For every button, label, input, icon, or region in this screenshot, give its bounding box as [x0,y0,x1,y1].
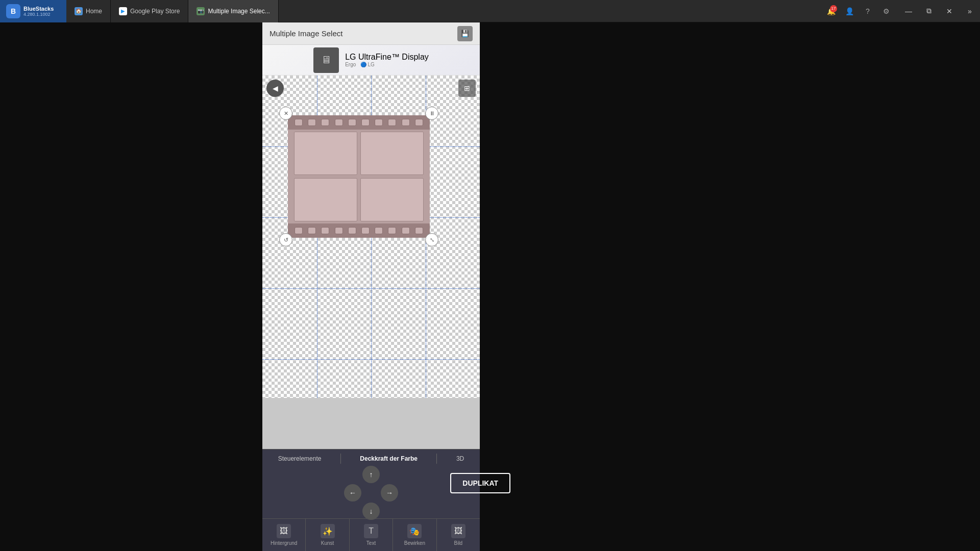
home-tab-icon: 🏠 [75,7,83,15]
taskbar: B BlueStacks 4.280.1.1002 🏠 Home ▶ Googl… [0,0,980,22]
bewirken-label: Bewirken [404,540,425,546]
pause-icon: ⏸ [429,110,435,116]
right-toolbar: ⊞ [458,80,476,97]
deckkraft-tab[interactable]: Deckkraft der Farbe [354,453,424,464]
tab-home[interactable]: 🏠 Home [66,0,111,22]
ad-subtext: Ergo 🔵 LG [345,62,429,67]
background [0,22,980,551]
film-hole [388,227,396,234]
tool-tab-kunst[interactable]: ✨ Kunst [306,519,349,551]
tab-google-play[interactable]: ▶ Google Play Store [111,0,188,22]
film-content [292,130,426,223]
film-hole [348,119,356,126]
ad-content: LG UltraFine™ Display Ergo 🔵 LG [345,53,429,67]
film-hole [415,119,423,126]
canvas-area: ✕ ⏸ ↺ ⤡ ◀ ⊞ [262,76,480,398]
ad-image: 🖥 [313,47,339,73]
separator-1 [340,454,341,464]
app-tab-icon: 📷 [197,7,205,15]
left-icon: ← [349,489,356,497]
tool-tab-text[interactable]: T Text [350,519,393,551]
up-icon: ↑ [370,470,373,479]
back-icon: ◀ [273,84,278,92]
handle-resize[interactable]: ⤡ [425,233,438,246]
app-tab-label: Multiple Image Selec... [208,8,270,15]
up-button[interactable]: ↑ [362,466,380,483]
expand-button[interactable]: » [960,0,980,22]
left-toolbar: ◀ [266,80,284,99]
steuerelemente-tab[interactable]: Steuerelemente [272,453,328,464]
down-button[interactable]: ↓ [362,503,380,520]
back-button[interactable]: ◀ [266,80,284,97]
hintergrund-label: Hintergrund [271,540,297,546]
hintergrund-icon: 🖼 [277,524,291,538]
bluestacks-icon: B [6,4,20,18]
nav-tabs-row: Steuerelemente Deckkraft der Farbe 3D [262,449,480,467]
tool-tab-bewirken[interactable]: 🎭 Bewirken [393,519,436,551]
film-hole [335,227,343,234]
kunst-icon: ✨ [321,524,335,538]
tool-tab-hintergrund[interactable]: 🖼 Hintergrund [262,519,306,551]
down-icon: ↓ [370,507,373,515]
text-label: Text [366,540,376,546]
film-hole [415,227,423,234]
ad-banner: 🖥 LG UltraFine™ Display Ergo 🔵 LG [262,45,480,76]
resize-icon: ⤡ [430,237,434,243]
taskbar-actions: 🔔 17 👤 ? ⚙ [819,3,898,19]
app-version: 4.280.1.1002 [23,12,54,17]
play-tab-icon: ▶ [119,7,127,15]
rotate-icon: ↺ [284,237,288,243]
bottom-area [262,398,480,449]
handle-rotate[interactable]: ↺ [279,233,292,246]
home-tab-label: Home [86,8,102,15]
film-holes-bottom [288,223,430,238]
grid-icon: ⊞ [464,84,470,92]
film-hole [402,119,410,126]
film-hole [335,119,343,126]
film-holes-top [288,115,430,130]
film-frame-3 [294,178,357,221]
direction-pad-wrapper: ↑ ← → DUPLIKAT ↓ [344,466,398,520]
film-frame-1 [294,132,357,175]
film-hole [295,227,303,234]
kunst-label: Kunst [321,540,334,546]
text-icon: T [364,524,378,538]
tab-bar: 🏠 Home ▶ Google Play Store 📷 Multiple Im… [66,0,819,22]
grid-view-button[interactable]: ⊞ [458,80,476,97]
film-hole [375,119,383,126]
help-button[interactable]: ? [860,3,876,19]
app-window: Multiple Image Select 💾 🖥 LG UltraFine™ … [262,22,480,551]
handle-pause[interactable]: ⏸ [425,107,438,120]
restore-button[interactable]: ⧉ [919,0,939,22]
right-icon: → [386,489,393,497]
film-strip [288,115,430,238]
ad-brand: LG UltraFine™ Display [345,53,429,62]
bild-icon: 🖼 [451,524,465,538]
minimize-button[interactable]: — [898,0,919,22]
film-hole [402,227,410,234]
ad-inner: 🖥 LG UltraFine™ Display Ergo 🔵 LG [262,45,480,76]
film-hole [321,119,329,126]
settings-button[interactable]: ⚙ [878,3,894,19]
app-name: BlueStacks [23,6,54,12]
film-strip-container [288,115,430,238]
duplikat-button[interactable]: DUPLIKAT [450,473,510,493]
profile-button[interactable]: 👤 [841,3,857,19]
controls-area: ↑ ← → DUPLIKAT ↓ [262,467,480,518]
tool-tab-bild[interactable]: 🖼 Bild [437,519,480,551]
film-hole [388,119,396,126]
handle-close[interactable]: ✕ [279,107,292,120]
film-hole [308,119,316,126]
notification-button[interactable]: 🔔 17 [823,3,839,19]
film-hole [308,227,316,234]
app-titlebar: Multiple Image Select 💾 [262,22,480,45]
film-hole [361,227,370,234]
tab-app[interactable]: 📷 Multiple Image Selec... [188,0,278,22]
save-button[interactable]: 💾 [457,26,473,41]
right-button[interactable]: → [381,484,398,502]
google-play-tab-label: Google Play Store [130,8,180,15]
3d-tab[interactable]: 3D [450,453,470,464]
close-button[interactable]: ✕ [939,0,960,22]
left-button[interactable]: ← [344,484,361,502]
close-icon: ✕ [284,110,288,117]
